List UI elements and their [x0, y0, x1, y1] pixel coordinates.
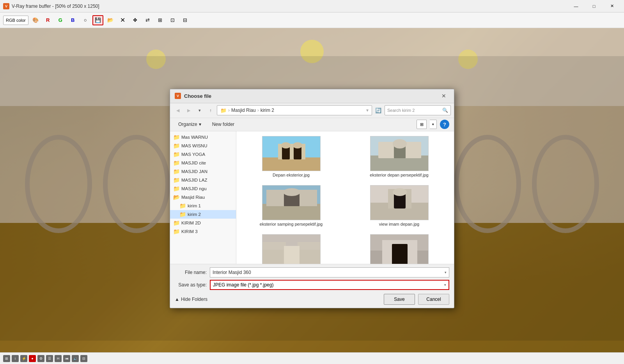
sidebar-item-masjid-jan[interactable]: 📁 MASJID JAN	[170, 167, 236, 176]
save-as-label: Save as type:	[175, 282, 210, 288]
file-item-eksterior-depan[interactable]: eksterior depan persepektif.jpg	[347, 134, 451, 179]
new-folder-button[interactable]: New folder	[208, 120, 239, 129]
thumbnail-view-imam	[370, 185, 429, 220]
status-icon-1[interactable]: ⊞	[3, 355, 10, 362]
save-as-value: JPEG image file (*.jpg *.jpeg)	[213, 282, 273, 288]
svg-rect-36	[262, 242, 286, 264]
path-current: kirim 2	[261, 108, 274, 113]
sidebar-label: MASJID JAN	[181, 169, 207, 174]
folder-icon: 📁	[173, 177, 180, 183]
sidebar-item-masjid-cite[interactable]: 📁 MASJID cite	[170, 159, 236, 167]
move-button[interactable]: ✥	[130, 15, 141, 25]
hide-folders-button[interactable]: ▲ Hide Folders	[175, 297, 207, 302]
save-as-type-dropdown[interactable]: JPEG image file (*.jpg *.jpeg) ▾	[210, 280, 449, 290]
organize-button[interactable]: Organize ▾	[175, 120, 205, 129]
file-dialog: V Choose file ✕ ◀ ▶ ▾ ↑ 📁 › Masjid Riau …	[170, 89, 454, 308]
status-icon-4[interactable]: ●	[29, 355, 36, 362]
hide-folders-label: Hide Folders	[181, 297, 207, 302]
path-separator-2: ›	[257, 108, 259, 113]
app-icon: V	[3, 3, 9, 9]
cancel-button[interactable]: Cancel	[418, 294, 449, 305]
circle-button[interactable]: ○	[80, 15, 91, 25]
status-icon-10[interactable]: ⊟	[80, 355, 87, 362]
sidebar-item-masjid-riau[interactable]: 📂 Masjid Riau	[170, 193, 236, 201]
status-icon-7[interactable]: H	[55, 355, 62, 362]
file-item-depan-eksterior[interactable]: Depan eksterior.jpg	[239, 134, 343, 179]
forward-button[interactable]: ▶	[184, 106, 193, 115]
sidebar-item-kirim-1[interactable]: 📁 kirim 1	[170, 201, 236, 210]
sidebar-item-masjid-ngu[interactable]: 📁 MASJID ngu	[170, 184, 236, 193]
sidebar-item-mas-wisnu[interactable]: 📁 MAS WISNU	[170, 141, 236, 150]
window-controls: — □ ✕	[567, 0, 621, 12]
dialog-icon: V	[175, 93, 181, 99]
status-icon-2[interactable]: i	[12, 355, 19, 362]
layers-button[interactable]: ⊞	[155, 15, 166, 25]
path-root: Masjid Riau	[231, 108, 256, 113]
sidebar-item-kirim-2d[interactable]: 📁 KIRIM 2D	[170, 219, 236, 227]
sidebar-label: MASJID LAZ	[181, 178, 207, 182]
view-dropdown-button[interactable]: ▾	[430, 120, 437, 129]
sidebar-item-kirim-3[interactable]: 📁 KIRIM 3	[170, 227, 236, 236]
refresh-button[interactable]: 🔄	[374, 106, 383, 115]
sidebar-item-mas-yoga[interactable]: 📁 MAS YOGA	[170, 150, 236, 159]
svg-point-23	[393, 139, 407, 148]
clear-button[interactable]: ✕	[117, 15, 128, 25]
open-folder-button[interactable]: 📂	[105, 15, 116, 25]
file-label-view-imam: view imam depan.jpg	[379, 222, 419, 226]
view-icon-button[interactable]: ⊞	[417, 120, 427, 129]
svg-rect-38	[284, 246, 300, 264]
sidebar-label: Mas WARNU	[181, 135, 208, 140]
svg-point-18	[293, 142, 302, 148]
nav-button[interactable]: ⇄	[142, 15, 153, 25]
stamp-button[interactable]: ⊡	[167, 15, 178, 25]
svg-rect-42	[392, 244, 408, 264]
search-icon: 🔍	[442, 108, 448, 113]
save-image-button[interactable]: 💾	[92, 15, 103, 25]
save-as-dropdown-arrow: ▾	[444, 283, 446, 287]
status-icon-9[interactable]: 🔉	[72, 355, 79, 362]
svg-point-33	[393, 188, 407, 196]
dialog-footer: File name: Interior Masjid 360 ▾ Save as…	[170, 264, 454, 308]
status-icon-3[interactable]: ⚡	[20, 355, 27, 362]
folder-small-icon: 📁	[220, 108, 227, 113]
file-item-view-lantai-1[interactable]: view lantai 2 dari	[239, 233, 343, 264]
g-channel-button[interactable]: G	[55, 15, 66, 25]
sidebar-item-kirim-2[interactable]: 📁 kirim 2	[170, 210, 236, 219]
file-item-eksterior-samping[interactable]: eksterior samping persepektif.jpg	[239, 184, 343, 228]
up-button[interactable]: ↑	[206, 106, 215, 115]
sidebar-label: MASJID ngu	[181, 186, 207, 191]
file-label-eksterior-samping: eksterior samping persepektif.jpg	[260, 222, 323, 226]
b-channel-button[interactable]: B	[67, 15, 78, 25]
sidebar-label: MAS YOGA	[181, 152, 205, 157]
close-button[interactable]: ✕	[603, 0, 621, 12]
rgb-color-dropdown[interactable]: RGB color	[3, 16, 28, 25]
file-name-value: Interior Masjid 360	[213, 270, 445, 275]
folder-icon: 📁	[173, 143, 180, 149]
back-button[interactable]: ◀	[173, 106, 183, 115]
thumbnail-eksterior-depan	[370, 136, 429, 171]
dialog-close-button[interactable]: ✕	[438, 90, 449, 101]
save-button[interactable]: Save	[384, 294, 415, 305]
folder-icon: 📁	[173, 220, 180, 226]
file-name-input[interactable]: Interior Masjid 360 ▾	[210, 267, 449, 277]
status-icon-5[interactable]: ⚙	[37, 355, 44, 362]
file-item-view-lantai-2[interactable]: view lantai 2 dari lantai	[347, 233, 451, 264]
file-name-label: File name:	[175, 270, 210, 275]
status-icon-6[interactable]: ☰	[46, 355, 53, 362]
hide-folders-arrow: ▲	[175, 297, 179, 302]
r-channel-button[interactable]: R	[43, 15, 53, 25]
help-button[interactable]: ?	[440, 120, 449, 129]
search-box[interactable]: Search kirim 2 🔍	[385, 105, 451, 115]
maximize-button[interactable]: □	[585, 0, 603, 12]
address-path[interactable]: 📁 › Masjid Riau › kirim 2 ▾	[217, 105, 372, 115]
minimize-button[interactable]: —	[567, 0, 585, 12]
dialog-sidebar: 📁 Mas WARNU 📁 MAS WISNU 📁 MAS YOGA 📁 MAS…	[170, 131, 236, 264]
background-viewport: V Choose file ✕ ◀ ▶ ▾ ↑ 📁 › Masjid Riau …	[0, 28, 624, 352]
status-icon-8[interactable]: ⏮	[63, 355, 70, 362]
history-button[interactable]: ⊟	[180, 15, 191, 25]
sidebar-item-mas-warnu[interactable]: 📁 Mas WARNU	[170, 133, 236, 141]
sidebar-item-masjid-laz[interactable]: 📁 MASJID LAZ	[170, 176, 236, 184]
dropdown-button[interactable]: ▾	[195, 106, 204, 115]
file-item-view-imam[interactable]: view imam depan.jpg	[347, 184, 451, 228]
color-wheel-button[interactable]: 🎨	[30, 15, 41, 25]
